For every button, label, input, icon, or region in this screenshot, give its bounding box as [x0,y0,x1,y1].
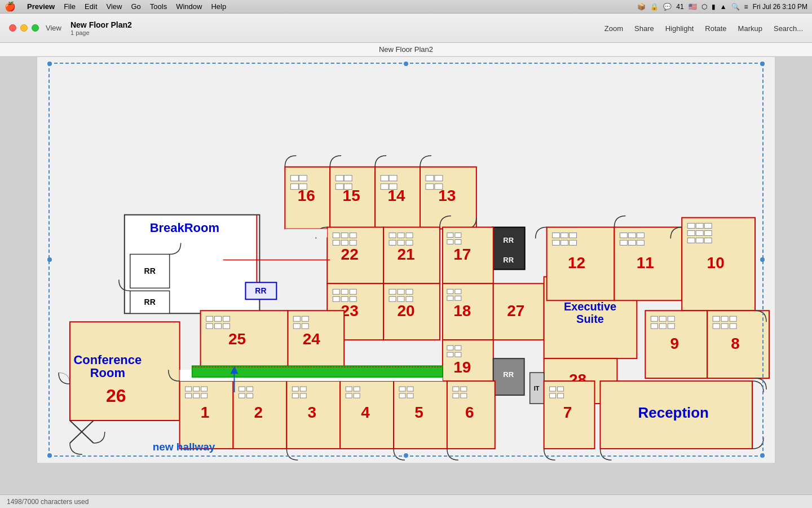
share-button[interactable]: Share [634,24,654,32]
markup-button[interactable]: Markup [738,24,762,32]
svg-rect-62 [341,296,348,301]
zoom-button[interactable]: Zoom [604,24,623,32]
maximize-button[interactable] [32,24,39,32]
svg-rect-70 [398,296,404,301]
svg-text:12: 12 [568,254,585,271]
svg-rect-192 [399,387,405,391]
svg-rect-140 [696,238,703,243]
doc-title: New Floor Plan2 [70,20,132,29]
svg-text:27: 27 [507,302,524,319]
svg-rect-201 [461,393,467,398]
svg-rect-19 [381,184,389,190]
svg-text:25: 25 [228,330,246,348]
svg-rect-120 [553,240,560,245]
statusbar: 1498/7000 characters used [0,494,812,508]
menu-preview[interactable]: Preview [27,2,55,11]
wechat-icon: 💬 [663,3,672,11]
view-button[interactable]: View [46,24,61,32]
svg-rect-167 [193,387,200,391]
svg-rect-46 [341,240,348,245]
apple-menu-icon[interactable]: 🍎 [5,1,16,12]
wifi-icon: ▲ [720,3,727,11]
svg-rect-66 [389,289,396,294]
svg-rect-68 [406,289,413,294]
svg-rect-96 [447,296,453,300]
svg-rect-18 [389,176,397,181]
menu-view[interactable]: View [107,2,122,11]
svg-rect-102 [447,352,453,357]
svg-rect-13 [336,176,343,181]
svg-rect-144 [651,316,657,321]
svg-rect-133 [687,224,695,229]
svg-rect-180 [292,387,298,391]
svg-rect-136 [687,231,695,236]
flag-icon: 🇺🇸 [689,3,697,11]
svg-rect-81 [215,316,222,321]
svg-rect-44 [350,233,356,238]
svg-rect-168 [201,387,208,391]
search-icon[interactable]: 🔍 [731,3,740,11]
privacy-icon: 🔒 [650,3,659,11]
svg-rect-11 [290,184,298,190]
svg-rect-89 [455,233,461,238]
battery-icon: ▮ [712,3,716,11]
content-area: 16 15 14 13 [0,56,812,494]
svg-rect-59 [341,289,348,294]
rotate-button[interactable]: Rotate [705,24,726,32]
svg-rect-16 [344,184,352,190]
svg-rect-148 [659,323,666,329]
svg-rect-121 [561,240,568,245]
svg-rect-54 [398,240,404,245]
svg-rect-128 [620,240,627,245]
svg-rect-188 [346,393,352,398]
svg-rect-12 [299,184,307,190]
svg-text:Room: Room [90,366,125,380]
menu-file[interactable]: File [64,2,76,11]
doc-info: New Floor Plan2 1 page [70,20,132,36]
battery-count: 41 [676,3,683,11]
svg-text:Executive: Executive [564,300,616,313]
menu-help[interactable]: Help [211,2,226,11]
svg-rect-85 [223,323,230,329]
menu-edit[interactable]: Edit [85,2,97,11]
datetime: Fri Jul 26 3:10 PM [753,3,807,11]
svg-rect-84 [215,323,222,329]
notification-icon[interactable]: ≡ [744,3,748,11]
svg-rect-125 [620,233,627,238]
menu-tools[interactable]: Tools [150,2,167,11]
svg-rect-129 [628,240,636,245]
search-button[interactable]: Search... [774,24,803,32]
menu-go[interactable]: Go [131,2,140,11]
svg-text:BreakRoom: BreakRoom [150,221,219,235]
svg-rect-154 [730,316,736,321]
svg-text:17: 17 [453,246,471,263]
svg-rect-181 [300,387,306,391]
svg-rect-147 [651,323,657,329]
svg-rect-67 [398,289,404,294]
svg-rect-58 [333,289,339,294]
svg-rect-141 [704,238,712,243]
svg-text:RR: RR [503,256,514,264]
svg-rect-177 [246,393,253,398]
svg-rect-95 [455,289,461,294]
menu-window[interactable]: Window [176,2,202,11]
svg-text:RR: RR [503,236,514,244]
svg-rect-145 [659,316,666,321]
svg-rect-169 [186,393,192,398]
svg-text:26: 26 [106,386,126,406]
svg-text:Reception: Reception [638,405,709,421]
svg-rect-42 [333,233,339,238]
minimize-button[interactable] [20,24,28,32]
svg-text:RR: RR [503,370,514,379]
highlight-button[interactable]: Highlight [665,24,694,32]
svg-rect-146 [668,316,674,321]
svg-rect-153 [721,316,728,321]
close-button[interactable] [9,24,16,32]
svg-rect-122 [570,240,577,245]
svg-rect-55 [406,240,413,245]
svg-rect-175 [246,387,253,391]
svg-rect-82 [223,316,230,321]
doc-titlebar-text: New Floor Plan2 [379,45,433,54]
svg-rect-101 [455,345,461,350]
svg-rect-149 [668,323,674,329]
